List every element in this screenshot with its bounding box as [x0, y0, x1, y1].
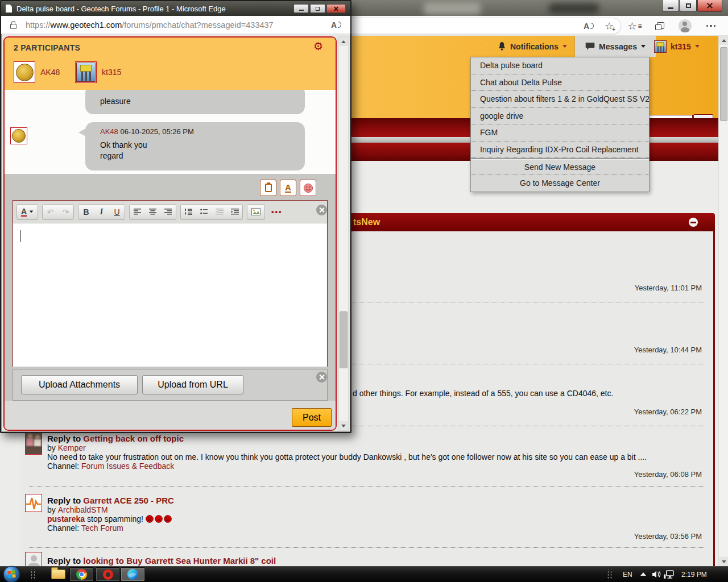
network-glyph: [663, 570, 674, 579]
angry-smiley-icon: [146, 515, 154, 523]
titlebar-blur-artifact: [424, 2, 481, 15]
collections-icon[interactable]: [650, 16, 670, 36]
close-button[interactable]: [697, 0, 722, 12]
file-explorer-icon[interactable]: [51, 569, 65, 579]
thread-link[interactable]: Garrett ACE 250 - PRC: [83, 496, 174, 505]
message-input[interactable]: [13, 223, 327, 367]
bullet-list-button[interactable]: [196, 205, 212, 219]
profile-icon[interactable]: [675, 16, 695, 36]
popup-titlebar[interactable]: Delta pulse board - Geotech Forums - Pro…: [1, 1, 350, 16]
favorites-icon[interactable]: ☆≡: [624, 16, 645, 36]
paste-button[interactable]: [260, 180, 276, 196]
avatar-kemper[interactable]: [25, 431, 42, 455]
scroll-up-button[interactable]: [339, 37, 348, 46]
arrow-up-icon: [722, 39, 726, 42]
collapse-icon[interactable]: [689, 218, 698, 227]
participant-name: AK48: [40, 68, 60, 77]
ordered-list-button[interactable]: [181, 205, 196, 219]
menu-item-idx-pro-inquiry[interactable]: Inquiry Regarding IDX-Pro Coil Replaceme…: [471, 142, 649, 159]
avatar-default[interactable]: [25, 552, 42, 566]
language-indicator[interactable]: EN: [623, 571, 632, 579]
italic-button[interactable]: I: [94, 205, 109, 219]
edge-icon: [127, 569, 138, 580]
chat-bubble-icon: [585, 42, 595, 51]
participant-kt315[interactable]: kt315: [75, 61, 121, 83]
messages-menu[interactable]: Messages: [574, 36, 656, 57]
menu-item-send-new-message[interactable]: Send New Message: [471, 158, 649, 175]
scroll-up-button[interactable]: [719, 36, 728, 45]
settings-menu-icon[interactable]: [701, 16, 721, 36]
notifications-menu[interactable]: Notifications: [498, 36, 567, 57]
scrollbar-thumb[interactable]: [340, 311, 348, 368]
username-label: kt315: [671, 42, 691, 51]
chat-message-list: pleasure AK48 06-10-2025, 05:26 PM Ok th…: [5, 90, 336, 174]
indent-button[interactable]: [227, 205, 242, 219]
scroll-down-button[interactable]: [339, 421, 348, 430]
smiley-button[interactable]: [300, 180, 316, 196]
menu-item-message-center[interactable]: Go to Message Center: [471, 175, 649, 192]
user-menu[interactable]: kt315: [654, 36, 700, 57]
outdent-button[interactable]: [212, 205, 227, 219]
underline-button[interactable]: U: [109, 205, 125, 219]
read-aloud-icon[interactable]: A: [331, 20, 341, 30]
text-format-button[interactable]: A: [280, 180, 296, 196]
network-icon[interactable]: [663, 570, 674, 581]
clear-editor-icon[interactable]: [316, 205, 327, 215]
thread-link[interactable]: Getting back on off topic: [83, 434, 184, 443]
show-hidden-icons[interactable]: [640, 572, 646, 576]
bold-button[interactable]: B: [78, 205, 94, 219]
menu-item-fgm[interactable]: FGM: [471, 124, 649, 142]
reply-prefix: Reply to: [47, 556, 81, 566]
insert-image-button[interactable]: [247, 205, 264, 219]
minimize-button[interactable]: [293, 4, 309, 13]
gear-icon[interactable]: ⚙: [313, 40, 323, 53]
add-favorite-icon[interactable]: ☆+: [599, 16, 619, 36]
upload-from-url-button[interactable]: Upload from URL: [142, 375, 243, 394]
channel-link[interactable]: Forum Issues & Feedback: [81, 462, 174, 471]
post-button[interactable]: Post: [292, 408, 332, 427]
scroll-down-button[interactable]: [719, 557, 728, 566]
read-aloud-letter: A: [331, 20, 337, 30]
opera-taskbar-button[interactable]: [96, 567, 120, 581]
clock[interactable]: 2:19 PM: [681, 571, 707, 579]
participant-ak48[interactable]: AK48: [14, 61, 60, 83]
read-aloud-icon[interactable]: A: [579, 16, 598, 36]
thread-link[interactable]: looking to Buy Garrett Sea Hunter Markii…: [83, 556, 276, 566]
popup-address-bar[interactable]: https://www.geotech1.com/forums/pmchat/c…: [1, 16, 350, 34]
close-button[interactable]: [326, 4, 346, 13]
upload-attachments-button[interactable]: Upload Attachments: [21, 375, 138, 394]
start-button[interactable]: [3, 566, 20, 582]
align-left-button[interactable]: [130, 205, 145, 219]
maximize-button[interactable]: [310, 4, 325, 13]
mentioned-user[interactable]: pustareka: [47, 514, 85, 523]
menu-item-delta-pulse-board[interactable]: Delta pulse board: [471, 57, 649, 74]
author-link[interactable]: ArchibaldSTM: [58, 505, 108, 514]
notifications-label: Notifications: [510, 42, 559, 51]
channel-link[interactable]: Tech Forum: [81, 523, 123, 533]
menu-item-chat-about-delta-pulse[interactable]: Chat about Delta Pulse: [471, 74, 649, 92]
redo-button[interactable]: ↷: [58, 205, 73, 219]
chrome-icon: [76, 569, 87, 580]
align-right-button[interactable]: [160, 205, 176, 219]
font-color-button[interactable]: A: [17, 205, 38, 219]
volume-icon[interactable]: [652, 570, 661, 580]
message-timestamp: 06-10-2025, 05:26 PM: [120, 127, 193, 136]
minimize-button[interactable]: [662, 0, 679, 12]
menu-item-goldquest-question[interactable]: Question about filters 1 & 2 in GoldQues…: [471, 91, 649, 108]
menu-item-google-drive[interactable]: google drive: [471, 108, 649, 125]
message-author[interactable]: AK48: [100, 127, 118, 136]
chrome-taskbar-button[interactable]: [69, 567, 94, 581]
align-center-button[interactable]: [145, 205, 160, 219]
scrollbar-thumb[interactable]: [720, 47, 727, 121]
more-options-icon[interactable]: •••: [271, 207, 283, 216]
avatar-archibaldstm[interactable]: [25, 494, 42, 512]
avatar-ak48[interactable]: [10, 127, 27, 144]
author-link[interactable]: Kemper: [58, 443, 86, 452]
message-text: regard: [100, 151, 290, 161]
close-attachments-icon[interactable]: [316, 372, 327, 383]
avatar-art: [663, 47, 664, 52]
edge-taskbar-button[interactable]: [121, 567, 145, 581]
restore-button[interactable]: [680, 0, 697, 12]
avatar-art: [80, 65, 92, 72]
undo-button[interactable]: ↶: [43, 205, 58, 219]
